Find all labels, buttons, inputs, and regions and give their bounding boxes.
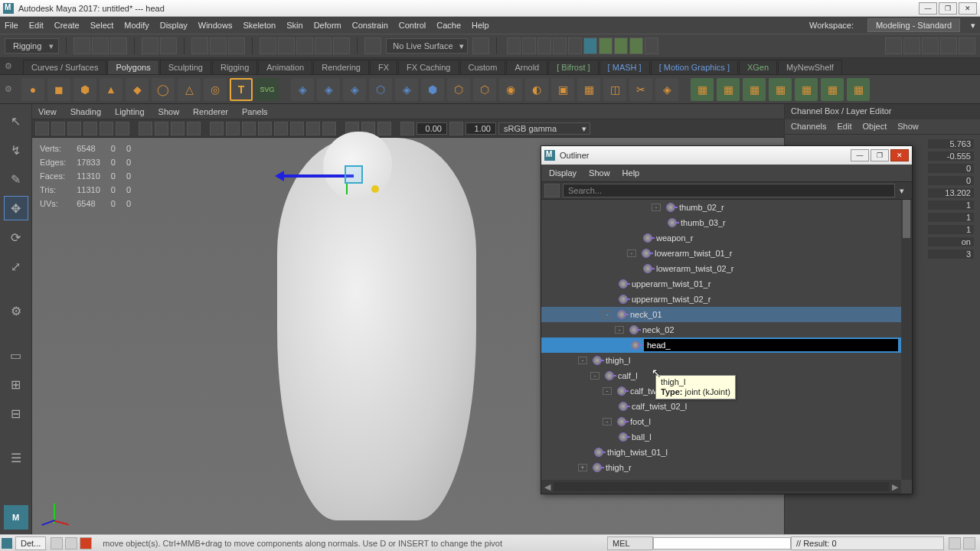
menu-constrain[interactable]: Constrain [352, 21, 388, 30]
expand-icon[interactable]: - [603, 311, 612, 318]
outliner-item[interactable]: lowerarm_twist_02_r [541, 261, 901, 276]
menu-windows[interactable]: Windows [198, 21, 233, 30]
menu-skin[interactable]: Skin [286, 21, 302, 30]
combine-icon[interactable]: ⬡ [447, 78, 470, 101]
menu-skeleton[interactable]: Skeleton [243, 21, 276, 30]
statusbar-close-icon[interactable] [80, 537, 92, 549]
vp-shaded-icon[interactable] [226, 122, 240, 135]
shelf-tab-motiongraphics[interactable]: [ Motion Graphics ] [651, 60, 738, 74]
menu-control[interactable]: Control [399, 21, 426, 30]
menu-display[interactable]: Display [160, 21, 188, 30]
paint-tool[interactable]: ✎ [4, 167, 28, 191]
vp-ao-icon[interactable] [290, 122, 304, 135]
vp-shadows-icon[interactable] [274, 122, 288, 135]
outliner-item[interactable]: upperarm_twist_02_r [541, 292, 901, 307]
snap-live-icon[interactable] [333, 37, 350, 54]
shelf-tab-polygons[interactable]: Polygons [107, 60, 158, 74]
vp-lock-camera-icon[interactable] [51, 122, 65, 135]
vp-gate-mask-icon[interactable] [187, 122, 201, 135]
statusbar-script-icon[interactable] [65, 537, 77, 549]
vp-xray-joints-icon[interactable] [377, 122, 391, 135]
poly-pipe-icon[interactable]: ◎ [204, 78, 227, 101]
shelf-tab-bifrost[interactable]: [ Bifrost ] [548, 60, 598, 74]
save-scene-icon[interactable] [110, 37, 127, 54]
magnet-icon[interactable] [364, 37, 381, 54]
outliner-rename-input[interactable] [644, 339, 898, 351]
shelf-tab-curvessurfaces[interactable]: Curves / Surfaces [23, 60, 106, 74]
outliner-item[interactable]: -lowerarm_twist_01_r [541, 246, 901, 261]
platonic-icon[interactable]: ◈ [291, 78, 314, 101]
rotate-tool[interactable]: ⟳ [4, 225, 28, 249]
vp-lights-icon[interactable] [258, 122, 272, 135]
module-selector[interactable]: Rigging [5, 38, 59, 54]
chbox-menu-edit[interactable]: Edit [837, 122, 851, 132]
shelf-tab-sculpting[interactable]: Sculpting [160, 60, 211, 74]
snap-point-icon[interactable] [296, 37, 313, 54]
chbox-menu-object[interactable]: Object [862, 122, 887, 132]
outliner-tree[interactable]: -thumb_02_rthumb_03_rweapon_r-lowerarm_t… [541, 200, 901, 480]
shelf-tab-animation[interactable]: Animation [258, 60, 312, 74]
shelf-options-icon[interactable]: ⚙ [5, 84, 18, 94]
expand-icon[interactable]: - [627, 249, 636, 257]
boolean-icon[interactable]: ◐ [525, 78, 548, 101]
scale-tool[interactable]: ⤢ [4, 254, 28, 279]
sculpt-icon[interactable]: ▦ [821, 78, 844, 101]
collapse-icon[interactable]: ▦ [769, 78, 792, 101]
vp-select-camera-icon[interactable] [35, 122, 49, 135]
shelf-tab-fx[interactable]: FX [370, 60, 397, 74]
vp-bookmark-icon[interactable] [67, 122, 81, 135]
help-icon[interactable] [963, 537, 975, 549]
vp-gamma-value[interactable]: 1.00 [466, 122, 496, 135]
render-layer-icon[interactable] [614, 37, 628, 54]
bridge-icon[interactable]: ▦ [577, 78, 600, 101]
vp-2d-pan-icon[interactable] [100, 122, 113, 135]
snap-curve-icon[interactable] [278, 37, 295, 54]
live-toggle-icon[interactable] [472, 37, 489, 54]
vp-image-plane-icon[interactable] [83, 122, 97, 135]
menu-deform[interactable]: Deform [314, 21, 341, 30]
batch-render-icon[interactable] [645, 37, 658, 54]
lasso-tool-icon[interactable] [210, 37, 227, 54]
vp-gamma-icon[interactable] [449, 122, 463, 135]
vp-film-gate-icon[interactable] [155, 122, 168, 135]
outliner-menu-display[interactable]: Display [549, 168, 577, 178]
helix-icon[interactable]: ◈ [395, 78, 418, 101]
outliner-item[interactable]: +thigh_r [541, 460, 901, 475]
separate-icon[interactable]: ⬡ [473, 78, 496, 101]
poly-cone-icon[interactable]: ▲ [100, 78, 122, 101]
chbox-menu-channels[interactable]: Channels [791, 122, 826, 132]
prism-icon[interactable]: ⬢ [421, 78, 444, 101]
toggle-channelbox-icon[interactable] [922, 37, 939, 54]
render-icon[interactable] [507, 37, 521, 54]
vpmenu-show[interactable]: Show [158, 107, 180, 116]
vp-motion-blur-icon[interactable] [306, 122, 320, 135]
expand-icon[interactable]: - [578, 357, 587, 364]
target-weld-icon[interactable]: ◈ [655, 78, 678, 101]
open-scene-icon[interactable] [92, 37, 109, 54]
outliner-minimize-button[interactable]: — [851, 149, 869, 161]
superellipse-icon[interactable]: ◈ [317, 78, 340, 101]
outliner-item[interactable]: -neck_01 [541, 307, 901, 322]
four-pane-icon[interactable]: ⊞ [4, 372, 28, 396]
expand-icon[interactable]: - [652, 204, 661, 211]
shelf-tab-custom[interactable]: Custom [460, 60, 506, 74]
outliner-expand-icon[interactable]: ▾ [895, 186, 909, 196]
poly-plane-icon[interactable]: ◆ [126, 78, 149, 101]
mirror-icon[interactable]: ▦ [691, 78, 714, 101]
outliner-search-input[interactable]: Search... [563, 184, 895, 197]
menu-file[interactable]: File [5, 21, 18, 30]
vpmenu-lighting[interactable]: Lighting [115, 107, 145, 116]
soccer-icon[interactable]: ⬡ [369, 78, 392, 101]
poly-cube-icon[interactable]: ◼ [47, 78, 70, 101]
statusbar-tab[interactable]: Det... [15, 536, 46, 550]
command-line-input[interactable] [653, 537, 791, 549]
bevel-icon[interactable]: ◫ [603, 78, 626, 101]
close-button[interactable]: ✕ [959, 2, 977, 15]
select-tool-icon[interactable] [191, 37, 208, 54]
move-gizmo-x-icon[interactable] [277, 174, 354, 178]
ipr-icon[interactable] [522, 37, 536, 54]
outliner-item[interactable]: -neck_02 [541, 322, 901, 337]
multicut-icon[interactable]: ✂ [629, 78, 652, 101]
render-view-icon[interactable] [599, 37, 612, 54]
outliner-close-button[interactable]: ✕ [890, 149, 909, 161]
